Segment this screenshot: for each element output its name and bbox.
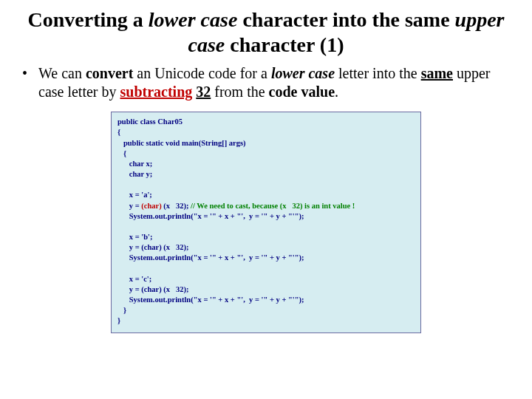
- code-line: System.out.println("x = '" + x + "', y =…: [117, 296, 304, 304]
- t: from the: [211, 83, 268, 100]
- code-line: x = 'c';: [117, 275, 151, 283]
- code-line: public class Char05: [117, 117, 183, 126]
- title-part: Converting a: [28, 8, 149, 31]
- code-content: public class Char05 { public static void…: [117, 117, 415, 326]
- page-title: Converting a lower case character into t…: [22, 7, 510, 57]
- code-line: y = (char) (x 32);: [117, 243, 188, 251]
- t: .: [335, 83, 338, 100]
- code-box: public class Char05 { public static void…: [111, 112, 421, 332]
- t: We can: [38, 65, 86, 81]
- title-emph-lower: lower case: [149, 8, 238, 31]
- code-line: x = 'a';: [117, 191, 152, 199]
- t-32: 32: [196, 83, 211, 100]
- code-line: System.out.println("x = '" + x + "', y =…: [117, 212, 304, 220]
- code-line: {: [117, 128, 120, 136]
- code-line: System.out.println("x = '" + x + "', y =…: [117, 253, 304, 262]
- title-part: character into the same: [237, 8, 454, 31]
- code-line: (x 32);: [162, 202, 191, 210]
- code-line: public static void main(String[] args): [117, 139, 246, 147]
- title-part: character (1): [225, 33, 344, 56]
- t-convert: convert: [86, 65, 133, 81]
- code-line: y = (char) (x 32);: [117, 285, 188, 293]
- code-line: }: [117, 316, 120, 324]
- bullet-text: We can convert an Unicode code for a low…: [38, 64, 510, 101]
- t-subtracting: subtracting: [120, 83, 193, 100]
- bullet-marker: •: [22, 64, 38, 101]
- t: an Unicode code for a: [133, 65, 271, 81]
- code-line: char x;: [117, 160, 152, 168]
- code-comment: // We need to cast, because (x 32) is an…: [191, 202, 355, 210]
- code-line: y =: [117, 202, 141, 210]
- code-line: x = 'b';: [117, 233, 152, 241]
- t-same: same: [421, 65, 453, 81]
- code-line: {: [117, 149, 126, 157]
- t: letter into the: [335, 65, 421, 81]
- bullet-item: • We can convert an Unicode code for a l…: [22, 64, 510, 101]
- t-codevalue: code value: [269, 83, 335, 100]
- t-lowercase: lower case: [271, 65, 335, 81]
- code-line: }: [117, 306, 126, 314]
- code-line: char y;: [117, 170, 152, 178]
- code-cast: (char): [141, 202, 161, 210]
